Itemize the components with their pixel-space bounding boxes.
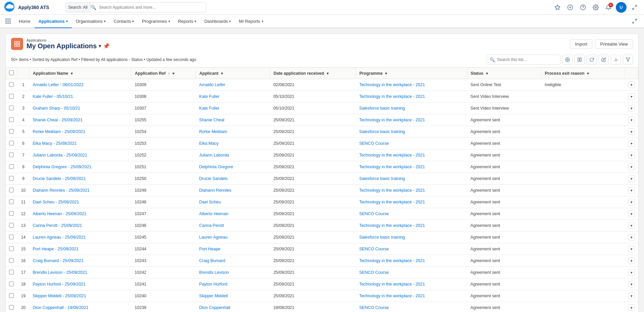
programme-link[interactable]: Technology in the workplace - 2021: [359, 200, 425, 204]
row-checkbox[interactable]: [9, 141, 14, 145]
global-search[interactable]: Search: All 🔍: [65, 2, 206, 12]
app-name-link[interactable]: Rorke Meiklam - 25/09/2021: [33, 129, 86, 134]
programme-link[interactable]: Technology in the workplace - 2021: [359, 258, 425, 263]
app-name-link[interactable]: Lauren Agneau - 25/09/2021: [33, 235, 86, 240]
programme-link[interactable]: Technology in the workplace - 2021: [359, 118, 425, 122]
app-name-link[interactable]: Juliann Laborda - 25/09/2021: [33, 153, 88, 158]
app-name-link[interactable]: Shanie Cheal - 25/09/2021: [33, 118, 83, 122]
nav-item-programmes[interactable]: Programmes▾: [138, 15, 174, 28]
programme-link[interactable]: Technology in the workplace - 2021: [359, 153, 425, 158]
edit-columns-icon[interactable]: [599, 55, 609, 65]
nav-item-applications[interactable]: Applications▾: [35, 15, 72, 28]
search-list-container[interactable]: 🔍: [487, 55, 560, 65]
columns-control-icon[interactable]: [575, 55, 585, 65]
app-name-link[interactable]: Dion Coppenhall - 19/08/2021: [33, 305, 89, 310]
app-name-link[interactable]: Drucie Sandels - 25/09/2021: [33, 176, 86, 181]
row-checkbox[interactable]: [9, 152, 14, 157]
add-icon[interactable]: [565, 2, 576, 13]
row-action-dropdown[interactable]: ▾: [628, 222, 635, 229]
applicant-link[interactable]: Shanie Cheal: [199, 118, 224, 122]
app-name-link[interactable]: Carina Perott - 25/09/2021: [33, 223, 82, 228]
notifications-icon[interactable]: 5: [603, 2, 614, 13]
row-checkbox[interactable]: [9, 164, 14, 169]
row-checkbox[interactable]: [9, 199, 14, 204]
app-name-link[interactable]: Arnaldo Leifer - 06/01/2022: [33, 82, 84, 87]
salesforce-logo[interactable]: [4, 1, 15, 13]
global-search-input[interactable]: [96, 5, 206, 10]
row-checkbox[interactable]: [9, 82, 14, 87]
row-checkbox[interactable]: [9, 188, 14, 192]
applicant-header[interactable]: Applicant ▾: [196, 68, 270, 79]
user-avatar[interactable]: U: [616, 2, 627, 13]
maximize-icon[interactable]: [629, 2, 640, 13]
refresh-icon[interactable]: [587, 55, 597, 65]
programme-link[interactable]: Technology in the workplace - 2021: [359, 188, 425, 193]
applicant-link[interactable]: Skipper Middell: [199, 294, 228, 298]
applicant-link[interactable]: Carina Perott: [199, 223, 224, 228]
row-checkbox[interactable]: [9, 211, 14, 216]
app-name-link[interactable]: Craig Burnard - 25/09/2021: [33, 258, 84, 263]
row-checkbox[interactable]: [9, 258, 14, 263]
applicant-link[interactable]: Dael Scheu: [199, 200, 221, 204]
row-action-dropdown[interactable]: ▾: [628, 234, 635, 241]
row-checkbox[interactable]: [9, 117, 14, 122]
row-checkbox[interactable]: [9, 305, 14, 310]
search-type-selector[interactable]: Search: All: [66, 3, 91, 12]
programme-link[interactable]: Salesforce basic training: [359, 235, 405, 240]
applicant-link[interactable]: Elka Macy: [199, 141, 219, 146]
row-action-dropdown[interactable]: ▾: [628, 128, 635, 135]
row-action-dropdown[interactable]: ▾: [628, 93, 635, 100]
applicant-link[interactable]: Port Heape: [199, 247, 220, 251]
filter-icon[interactable]: [623, 55, 633, 65]
app-name-link[interactable]: Diahann Rennles - 25/09/2021: [33, 188, 90, 193]
row-action-dropdown[interactable]: ▾: [628, 210, 635, 217]
programme-header[interactable]: Programme ▾: [356, 68, 467, 79]
programme-link[interactable]: Technology in the workplace - 2021: [359, 294, 425, 298]
applicant-link[interactable]: Juliann Laborda: [199, 153, 229, 158]
status-header[interactable]: Status ▾: [467, 68, 541, 79]
programme-link[interactable]: Technology in the workplace - 2021: [359, 282, 425, 287]
row-action-dropdown[interactable]: ▾: [628, 246, 635, 252]
programme-link[interactable]: Salesforce basic training: [359, 129, 405, 134]
programme-link[interactable]: SENCO Course: [359, 305, 389, 310]
setup-icon[interactable]: [590, 2, 601, 13]
programme-link[interactable]: SENCO Course: [359, 211, 389, 216]
app-ref-header[interactable]: Application Ref ↑ ▾: [131, 68, 196, 79]
app-name-link[interactable]: Dael Scheu - 25/09/2021: [33, 200, 79, 204]
favorites-icon[interactable]: [552, 2, 563, 13]
row-action-dropdown[interactable]: ▾: [628, 293, 635, 299]
app-name-link[interactable]: Payton Hurford - 25/09/2021: [33, 282, 86, 287]
row-checkbox[interactable]: [9, 235, 14, 239]
row-action-dropdown[interactable]: ▾: [628, 187, 635, 194]
row-action-dropdown[interactable]: ▾: [628, 269, 635, 276]
programme-link[interactable]: SENCO Course: [359, 141, 389, 146]
applicant-link[interactable]: Payton Hurford: [199, 282, 227, 287]
page-title-pin-icon[interactable]: 📌: [103, 43, 110, 49]
search-list-input[interactable]: [497, 57, 557, 62]
row-action-dropdown[interactable]: ▾: [628, 257, 635, 264]
app-name-link[interactable]: Brendis Levison - 25/09/2021: [33, 270, 88, 275]
applicant-link[interactable]: Dion Coppenhall: [199, 305, 230, 310]
nav-item-mi-reports[interactable]: MI Reports▾: [235, 15, 267, 28]
programme-link[interactable]: SENCO Course: [359, 247, 389, 251]
nav-item-contacts[interactable]: Contacts▾: [110, 15, 138, 28]
row-checkbox[interactable]: [9, 176, 14, 181]
row-checkbox[interactable]: [9, 94, 14, 99]
row-action-dropdown[interactable]: ▾: [628, 81, 635, 88]
import-button[interactable]: Import: [570, 39, 592, 49]
applicant-link[interactable]: Diahann Rennles: [199, 188, 231, 193]
row-checkbox[interactable]: [9, 246, 14, 251]
programme-link[interactable]: Salesforce basic training: [359, 106, 405, 111]
nav-item-dashboards[interactable]: Dashboards▾: [200, 15, 235, 28]
nav-expand-icon[interactable]: [629, 16, 640, 26]
programme-link[interactable]: Technology in the workplace - 2021: [359, 165, 425, 169]
row-action-dropdown[interactable]: ▾: [628, 117, 635, 123]
row-action-dropdown[interactable]: ▾: [628, 105, 635, 112]
process-exit-header[interactable]: Process exit reason ▾: [541, 68, 625, 79]
row-checkbox[interactable]: [9, 270, 14, 274]
app-launcher-icon[interactable]: [4, 17, 12, 25]
applicant-link[interactable]: Arnaldo Leifer: [199, 82, 225, 87]
date-header[interactable]: Date application received ▾: [270, 68, 356, 79]
app-name-link[interactable]: Graham Sharp - 05/10/21: [33, 106, 80, 111]
app-name-link[interactable]: Skipper Middell - 25/09/2021: [33, 294, 86, 298]
